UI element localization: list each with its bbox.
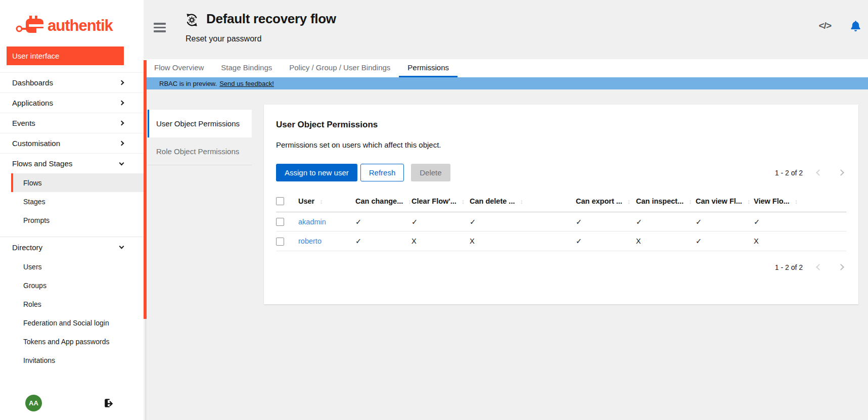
api-code-icon[interactable]: </>: [819, 20, 831, 31]
permission-value: ✓: [754, 212, 846, 231]
tab-policy-group-user-bindings[interactable]: Policy / Group / User Bindings: [281, 59, 399, 77]
sidebar: authentik User interface Dashboards Appl…: [0, 0, 144, 420]
pagination-label: 1 - 2 of 2: [775, 263, 803, 271]
avatar[interactable]: AA: [25, 395, 42, 411]
page-subtitle: Reset your password: [186, 34, 261, 43]
sidebar-item-label: Customisation: [12, 139, 60, 148]
sidebar-item-applications[interactable]: Applications: [0, 92, 144, 113]
refresh-button[interactable]: Refresh: [360, 164, 404, 181]
chevron-right-icon[interactable]: [838, 169, 844, 176]
sidebar-item-label: Prompts: [23, 216, 50, 224]
permission-value: ✓: [696, 231, 754, 251]
sign-out-icon[interactable]: [104, 398, 114, 408]
sidebar-item-label: Stages: [23, 198, 45, 206]
sidebar-item-users[interactable]: Users: [11, 257, 144, 276]
permissions-card: User Object Permissions Permissions set …: [264, 105, 858, 304]
sidebar-item-flows[interactable]: Flows: [11, 173, 144, 192]
permission-value: X: [470, 231, 576, 251]
permission-value: X: [754, 231, 846, 251]
chevron-down-icon: [119, 160, 124, 165]
assign-to-new-user-button[interactable]: Assign to new user: [276, 164, 357, 181]
sidebar-item-events[interactable]: Events: [0, 113, 144, 133]
sidebar-item-label: User interface: [12, 52, 59, 60]
tab-stage-bindings[interactable]: Stage Bindings: [212, 59, 281, 77]
sidebar-item-directory[interactable]: Directory: [0, 237, 144, 257]
sidebar-item-federation[interactable]: Federation and Social login: [11, 313, 144, 332]
column-header-can-view: Can view Fl...↕: [696, 191, 754, 212]
table-row: roberto ✓ X X ✓ X ✓ X: [276, 231, 846, 251]
sidebar-item-label: Applications: [12, 99, 53, 107]
sidebar-item-flows-and-stages[interactable]: Flows and Stages: [0, 153, 144, 173]
notifications-bell-icon[interactable]: [850, 21, 861, 31]
sort-icon[interactable]: ↕: [408, 198, 412, 205]
sidebar-item-user-interface[interactable]: User interface: [7, 46, 124, 65]
main-area: Default recovery flow Reset your passwor…: [144, 0, 868, 420]
sidebar-item-invitations[interactable]: Invitations: [11, 351, 144, 369]
sidebar-accent-stripe: [144, 60, 147, 319]
column-header-can-inspect: Can inspect...↕: [636, 191, 696, 212]
chevron-down-icon: [119, 244, 124, 249]
permission-value: ✓: [412, 212, 470, 231]
permission-value: ✓: [355, 231, 412, 251]
flow-icon: [185, 13, 199, 27]
sidebar-item-customisation[interactable]: Customisation: [0, 133, 144, 153]
sidebar-item-label: Events: [12, 119, 35, 127]
select-all-checkbox[interactable]: [276, 197, 284, 205]
chevron-left-icon[interactable]: [816, 169, 823, 176]
subtab-role-object-permissions[interactable]: Role Object Permissions: [148, 137, 252, 165]
card-description: Permissions set on users which affect th…: [276, 141, 846, 149]
chevron-right-icon: [119, 101, 124, 106]
user-link[interactable]: akadmin: [298, 218, 326, 226]
sidebar-item-dashboards[interactable]: Dashboards: [0, 72, 144, 92]
sidebar-item-label: Users: [23, 263, 42, 271]
app-window: authentik User interface Dashboards Appl…: [0, 0, 868, 420]
card-title: User Object Permissions: [276, 120, 846, 130]
permissions-table: User↕ Can change...↕ Clear Flow'...↕ Can…: [276, 191, 846, 251]
chevron-right-icon[interactable]: [838, 264, 844, 270]
sort-icon[interactable]: ↕: [520, 198, 523, 205]
sidebar-item-label: Directory: [12, 243, 42, 252]
row-checkbox[interactable]: [276, 218, 284, 226]
sidebar-item-label: Invitations: [23, 356, 55, 364]
table-header-row: User↕ Can change...↕ Clear Flow'...↕ Can…: [276, 191, 846, 212]
permission-value: X: [412, 231, 470, 251]
permission-value: ✓: [696, 212, 754, 231]
preview-banner: RBAC is in preview. Send us feedback!: [144, 77, 868, 89]
sort-icon[interactable]: ↕: [747, 198, 751, 205]
menu-toggle-icon[interactable]: [154, 23, 166, 33]
chevron-right-icon: [119, 121, 124, 126]
sort-icon[interactable]: ↕: [627, 198, 631, 205]
tab-permissions[interactable]: Permissions: [399, 59, 458, 77]
sidebar-item-groups[interactable]: Groups: [11, 276, 144, 295]
chevron-right-icon: [119, 141, 124, 146]
sidebar-border: [146, 319, 146, 420]
sort-icon[interactable]: ↕: [795, 198, 798, 205]
sort-icon[interactable]: ↕: [319, 198, 323, 205]
sidebar-item-prompts[interactable]: Prompts: [11, 211, 144, 229]
sort-icon[interactable]: ↕: [462, 198, 465, 205]
row-checkbox[interactable]: [276, 238, 284, 246]
feedback-link[interactable]: Send us feedback!: [219, 80, 274, 87]
sidebar-item-roles[interactable]: Roles: [11, 295, 144, 313]
sidebar-user-row: AA: [0, 395, 144, 413]
brand-name: authentik: [48, 17, 113, 35]
column-header-can-delete: Can delete ...↕: [470, 191, 576, 212]
subtab-user-object-permissions[interactable]: User Object Permissions: [148, 110, 252, 137]
sidebar-nav: Dashboards Applications Events Customisa…: [0, 72, 144, 369]
tab-flow-overview[interactable]: Flow Overview: [146, 59, 212, 77]
content-area: User Object Permissions Role Object Perm…: [144, 89, 868, 420]
sidebar-item-label: Flows: [23, 179, 42, 187]
sort-icon[interactable]: ↕: [689, 198, 692, 205]
page-title: Default recovery flow: [206, 11, 336, 27]
delete-button[interactable]: Delete: [411, 164, 450, 181]
user-link[interactable]: roberto: [298, 237, 322, 245]
sidebar-item-stages[interactable]: Stages: [11, 192, 144, 211]
sidebar-item-label: Tokens and App passwords: [23, 338, 109, 346]
sidebar-item-tokens[interactable]: Tokens and App passwords: [11, 332, 144, 351]
chevron-left-icon[interactable]: [816, 264, 823, 270]
pagination-label: 1 - 2 of 2: [775, 169, 803, 177]
sidebar-item-label: Federation and Social login: [23, 319, 109, 327]
sidebar-item-label: Dashboards: [12, 78, 53, 87]
pagination-bottom: 1 - 2 of 2: [775, 263, 846, 271]
permission-value: ✓: [636, 212, 696, 231]
